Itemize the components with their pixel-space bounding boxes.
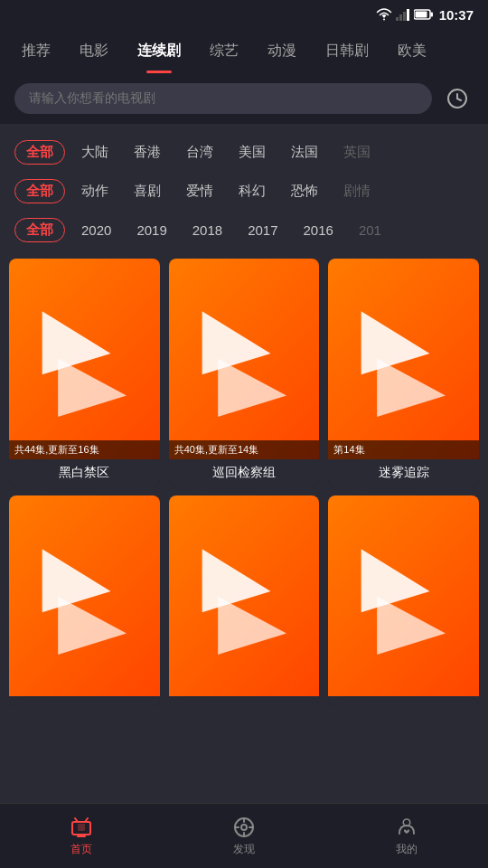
card-5-thumb — [169, 495, 320, 696]
region-all[interactable]: 全部 — [14, 140, 65, 165]
svg-point-17 — [241, 825, 247, 830]
svg-rect-0 — [396, 17, 399, 21]
tab-recommend[interactable]: 推荐 — [7, 29, 65, 73]
region-france[interactable]: 法国 — [278, 140, 331, 165]
home-label: 首页 — [70, 842, 92, 857]
genre-horror[interactable]: 恐怖 — [278, 179, 331, 203]
year-filter-row: 全部 2020 2019 2018 2017 2016 201 — [0, 211, 488, 250]
signal-icon — [396, 8, 410, 21]
card-6[interactable] — [328, 495, 479, 707]
svg-rect-6 — [415, 12, 427, 18]
card-3[interactable]: 第14集 迷雾追踪 — [328, 259, 479, 486]
region-usa[interactable]: 美国 — [226, 140, 278, 165]
discover-label: 发现 — [233, 842, 255, 857]
region-filter-row: 全部 大陆 香港 台湾 美国 法国 英国 — [0, 133, 488, 172]
home-icon — [70, 816, 93, 839]
tab-western[interactable]: 欧美 — [383, 29, 441, 73]
year-2019[interactable]: 2019 — [124, 219, 179, 241]
play-logo-2 — [192, 288, 297, 429]
genre-romance[interactable]: 爱情 — [174, 179, 226, 203]
svg-line-9 — [457, 99, 461, 100]
play-logo-4 — [32, 526, 137, 667]
scrollable-content: 全部 大陆 香港 台湾 美国 法国 英国 全部 动作 喜剧 爱情 科幻 恐怖 剧… — [0, 124, 488, 860]
nav-tabs: 推荐 电影 连续剧 综艺 动漫 日韩剧 欧美 — [0, 29, 488, 73]
region-hongkong[interactable]: 香港 — [121, 140, 174, 165]
wifi-icon — [376, 8, 392, 21]
status-time: 10:37 — [439, 7, 474, 23]
svg-rect-1 — [399, 14, 402, 21]
year-2020[interactable]: 2020 — [69, 219, 124, 241]
mine-label: 我的 — [396, 842, 418, 857]
genre-comedy[interactable]: 喜剧 — [121, 179, 174, 203]
card-3-badge: 第14集 — [328, 440, 479, 459]
tab-movie[interactable]: 电影 — [65, 29, 123, 73]
svg-rect-2 — [403, 12, 406, 21]
content-grid: 共44集,更新至16集 黑白禁区 共40集,更新至14集 巡回检察组 — [0, 250, 488, 779]
tab-series[interactable]: 连续剧 — [123, 29, 195, 73]
tab-korean[interactable]: 日韩剧 — [311, 29, 383, 73]
filter-section: 全部 大陆 香港 台湾 美国 法国 英国 全部 动作 喜剧 爱情 科幻 恐怖 剧… — [0, 124, 488, 250]
region-taiwan[interactable]: 台湾 — [174, 140, 226, 165]
status-icons — [376, 8, 434, 21]
card-1-thumb: 共44集,更新至16集 — [9, 259, 160, 459]
year-all[interactable]: 全部 — [14, 218, 65, 242]
card-1-badge: 共44集,更新至16集 — [9, 440, 160, 459]
play-logo-6 — [351, 526, 456, 667]
clock-icon — [446, 88, 468, 109]
year-old[interactable]: 201 — [346, 219, 394, 241]
card-1-title: 黑白禁区 — [9, 459, 160, 486]
card-2-badge: 共40集,更新至14集 — [169, 440, 320, 459]
region-mainland[interactable]: 大陆 — [69, 140, 121, 165]
year-2016[interactable]: 2016 — [291, 219, 346, 241]
search-input-wrap[interactable]: 请输入你想看的电视剧 — [14, 83, 432, 114]
card-1[interactable]: 共44集,更新至16集 黑白禁区 — [9, 259, 160, 486]
card-3-thumb: 第14集 — [328, 259, 479, 459]
search-bar: 请输入你想看的电视剧 — [0, 73, 488, 124]
bottom-nav-discover[interactable]: 发现 — [163, 816, 325, 857]
play-logo-1 — [32, 288, 137, 429]
play-logo-3 — [351, 288, 456, 429]
tab-variety[interactable]: 综艺 — [195, 29, 253, 73]
history-button[interactable] — [441, 82, 474, 115]
svg-rect-5 — [430, 13, 433, 17]
status-bar: 10:37 — [0, 0, 488, 29]
year-2018[interactable]: 2018 — [180, 219, 235, 241]
discover-icon — [232, 816, 256, 839]
card-2-thumb: 共40集,更新至14集 — [169, 259, 320, 459]
card-2[interactable]: 共40集,更新至14集 巡回检察组 — [169, 259, 320, 486]
mine-icon — [395, 816, 418, 839]
tab-anime[interactable]: 动漫 — [253, 29, 311, 73]
search-placeholder: 请输入你想看的电视剧 — [29, 90, 155, 107]
genre-action[interactable]: 动作 — [69, 179, 121, 203]
card-5-title — [169, 696, 320, 707]
genre-all[interactable]: 全部 — [14, 179, 65, 203]
bottom-nav-mine[interactable]: 我的 — [325, 816, 488, 857]
genre-drama[interactable]: 剧情 — [331, 179, 383, 203]
play-logo-5 — [192, 526, 297, 667]
genre-filter-row: 全部 动作 喜剧 爱情 科幻 恐怖 剧情 — [0, 172, 488, 211]
bottom-nav-home[interactable]: 首页 — [0, 816, 163, 857]
card-6-title — [328, 696, 479, 707]
card-4-title — [9, 696, 160, 707]
card-4-thumb — [9, 495, 160, 696]
battery-icon — [414, 9, 434, 20]
card-6-thumb — [328, 495, 479, 696]
svg-rect-3 — [407, 9, 409, 21]
year-2017[interactable]: 2017 — [235, 219, 290, 241]
card-2-title: 巡回检察组 — [169, 459, 320, 486]
card-5[interactable] — [169, 495, 320, 707]
genre-scifi[interactable]: 科幻 — [226, 179, 278, 203]
card-3-title: 迷雾追踪 — [328, 459, 479, 486]
card-4[interactable] — [9, 495, 160, 707]
svg-rect-11 — [78, 824, 85, 831]
bottom-nav: 首页 发现 我的 — [0, 803, 488, 868]
region-uk[interactable]: 英国 — [331, 140, 383, 165]
